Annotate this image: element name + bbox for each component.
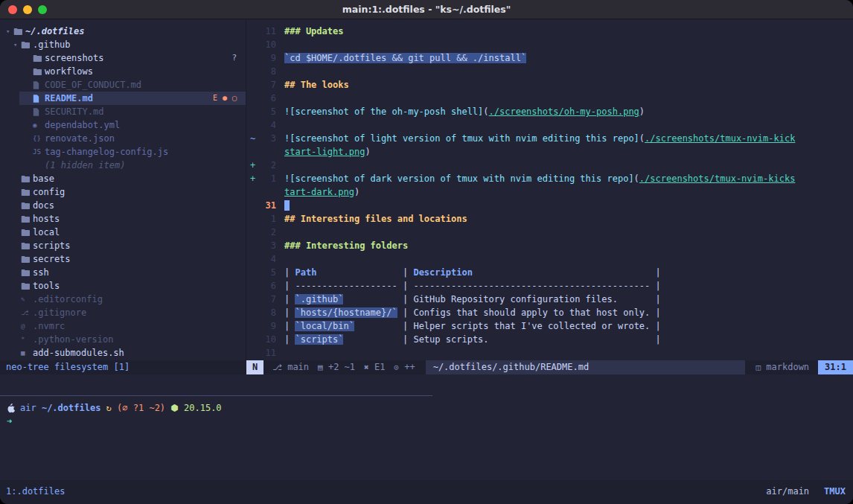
- editor-line[interactable]: 10: [246, 38, 853, 51]
- neotree-sidebar[interactable]: ▾~/.dotfiles▾.githubscreenshots?workflow…: [0, 19, 246, 360]
- tree-item-screenshots[interactable]: screenshots?: [0, 51, 246, 65]
- editor-line[interactable]: 2: [246, 226, 853, 239]
- editor-line[interactable]: 6| ------------------- | ---------------…: [246, 279, 853, 293]
- tree-item-tools[interactable]: tools: [0, 279, 246, 293]
- editor-pane[interactable]: 11### Updates109`cd $HOME/.dotfiles && g…: [246, 19, 853, 360]
- zoom-window-button[interactable]: [38, 5, 47, 14]
- syntax-segment: Description: [413, 267, 472, 278]
- tree-item-ssh[interactable]: ssh: [0, 266, 246, 279]
- error-icon: ✖: [364, 363, 369, 372]
- editor-line[interactable]: 7| `.github` | GitHub Repository configu…: [246, 293, 853, 306]
- editor-line[interactable]: 1## Interesting files and locations: [246, 212, 853, 226]
- tree-item-local[interactable]: local: [0, 226, 246, 239]
- editor-line[interactable]: 4: [246, 118, 853, 132]
- python-version-icon: *: [21, 333, 33, 346]
- tree-item-config[interactable]: config: [0, 185, 246, 199]
- tmux-window-name[interactable]: 1:.dotfiles: [6, 485, 65, 498]
- line-number: 11: [257, 346, 276, 360]
- editor-line[interactable]: ~3![screenshot of light version of tmux …: [246, 132, 853, 145]
- tree-item-readme-md[interactable]: README.mdE●▢: [0, 92, 246, 105]
- shell-script-icon: ▦: [21, 346, 33, 360]
- editor-line[interactable]: +1![screenshot of dark version of tmux w…: [246, 172, 853, 185]
- tree-item-editorconfig[interactable]: ✎.editorconfig: [0, 293, 246, 306]
- editor-line[interactable]: tart-dark.png): [246, 185, 853, 199]
- folder-icon: [21, 202, 33, 209]
- editor-line[interactable]: 9`cd $HOME/.dotfiles && git pull && ./in…: [246, 51, 853, 65]
- status-badge: E: [213, 92, 217, 105]
- syntax-segment: ![screenshot of dark version of tmux wit…: [284, 173, 634, 184]
- tree-item-gitignore[interactable]: ⎇.gitignore: [0, 306, 246, 319]
- editor-line[interactable]: 7## The looks: [246, 78, 853, 92]
- gitsign: [246, 199, 257, 212]
- line-number: 3: [257, 132, 276, 145]
- diagnostics-segment: ✖ E1: [364, 360, 385, 374]
- editor-line[interactable]: 5![screenshot of the oh-my-posh shell](.…: [246, 105, 853, 118]
- tree-item-label: CODE_OF_CONDUCT.md: [45, 78, 141, 92]
- tree-item-nvmrc[interactable]: @.nvmrc: [0, 319, 246, 333]
- tree-item-renovate-json[interactable]: {}renovate.json: [0, 132, 246, 145]
- editor-line[interactable]: 5| Path | Description |: [246, 266, 853, 279]
- minimize-window-button[interactable]: [23, 5, 32, 14]
- shell-input-line[interactable]: ➜: [7, 415, 847, 428]
- gitsign: [246, 92, 257, 105]
- tree-item-python-version[interactable]: *.python-version: [0, 333, 246, 346]
- tree-item-add-submodules-sh[interactable]: ▦add-submodules.sh: [0, 346, 246, 360]
- expander-icon[interactable]: ▾: [13, 38, 21, 51]
- tree-item-label: add-submodules.sh: [33, 346, 124, 360]
- editor-line[interactable]: 4: [246, 252, 853, 266]
- shell-pane[interactable]: air ~/.dotfiles ↻ (⌀ ?1 ~2) ⬢ 20.15.0 ➜: [0, 396, 853, 480]
- gitsign: +: [246, 159, 257, 172]
- nvim-cmdline: [0, 374, 853, 395]
- tree-item-label: scripts: [33, 239, 71, 252]
- tree-item-label: .editorconfig: [33, 293, 103, 306]
- editor-line[interactable]: 9| `local/bin` | Helper scripts that I'v…: [246, 319, 853, 333]
- tree-item-security-md[interactable]: SECURITY.md: [0, 105, 246, 118]
- editor-line[interactable]: 3### Interesting folders: [246, 239, 853, 252]
- editor-line[interactable]: start-light.png): [246, 145, 853, 159]
- tree-item-workflows[interactable]: workflows: [0, 65, 246, 78]
- line-number: 6: [257, 92, 276, 105]
- tree-item-base[interactable]: base: [0, 172, 246, 185]
- line-number: 9: [257, 319, 276, 333]
- tree-item-code-of-conduct-md[interactable]: CODE_OF_CONDUCT.md: [0, 78, 246, 92]
- editor-line[interactable]: 6: [246, 92, 853, 105]
- editor-line[interactable]: 10| `scripts` | Setup scripts. |: [246, 333, 853, 346]
- editor-line[interactable]: 8: [246, 65, 853, 78]
- line-number: 1: [257, 172, 276, 185]
- gitsign: [246, 118, 257, 132]
- gitsign: [246, 266, 257, 279]
- line-text: ![screenshot of dark version of tmux wit…: [276, 172, 795, 185]
- titlebar[interactable]: main:1:.dotfiles - "ks~/.dotfiles": [0, 0, 853, 19]
- terminal-window: main:1:.dotfiles - "ks~/.dotfiles" ▾~/.d…: [0, 0, 853, 504]
- editor-line[interactable]: +2: [246, 159, 853, 172]
- tree-item-secrets[interactable]: secrets: [0, 252, 246, 266]
- tree-item-tag-changelog-config-js[interactable]: JStag-changelog-config.js: [0, 145, 246, 159]
- tree-item-dependabot-yml[interactable]: ◉dependabot.yml: [0, 118, 246, 132]
- line-number: 10: [257, 38, 276, 51]
- editor-line[interactable]: 11: [246, 346, 853, 360]
- shell-prompt-line: air ~/.dotfiles ↻ (⌀ ?1 ~2) ⬢ 20.15.0: [7, 401, 847, 415]
- expander-icon[interactable]: ▾: [6, 25, 13, 38]
- line-number: 9: [257, 51, 276, 65]
- editor-line[interactable]: 8| `hosts/{hostname}/` | Configs that sh…: [246, 306, 853, 319]
- tree-item-github[interactable]: ▾.github: [0, 38, 246, 51]
- syntax-segment: |: [473, 267, 661, 278]
- tree-item-scripts[interactable]: scripts: [0, 239, 246, 252]
- tree-item-1-hidden-item[interactable]: (1 hidden item): [0, 159, 246, 172]
- editor-line[interactable]: 11### Updates: [246, 25, 853, 38]
- syntax-segment: |: [650, 321, 660, 331]
- gitsign: [246, 51, 257, 65]
- tree-item-hosts[interactable]: hosts: [0, 212, 246, 226]
- tree-item-dotfiles[interactable]: ▾~/.dotfiles: [0, 25, 246, 38]
- tree-item-docs[interactable]: docs: [0, 199, 246, 212]
- line-number: 11: [257, 25, 276, 38]
- close-window-button[interactable]: [8, 5, 17, 14]
- markdown-file-icon: [33, 108, 45, 116]
- apple-icon: [7, 403, 15, 413]
- syntax-segment: ### Updates: [284, 26, 343, 36]
- editor-line[interactable]: 31: [246, 199, 853, 212]
- syntax-segment: |: [618, 294, 661, 304]
- line-text: [276, 226, 284, 239]
- folder-icon: [21, 215, 33, 223]
- traffic-lights: [8, 5, 47, 14]
